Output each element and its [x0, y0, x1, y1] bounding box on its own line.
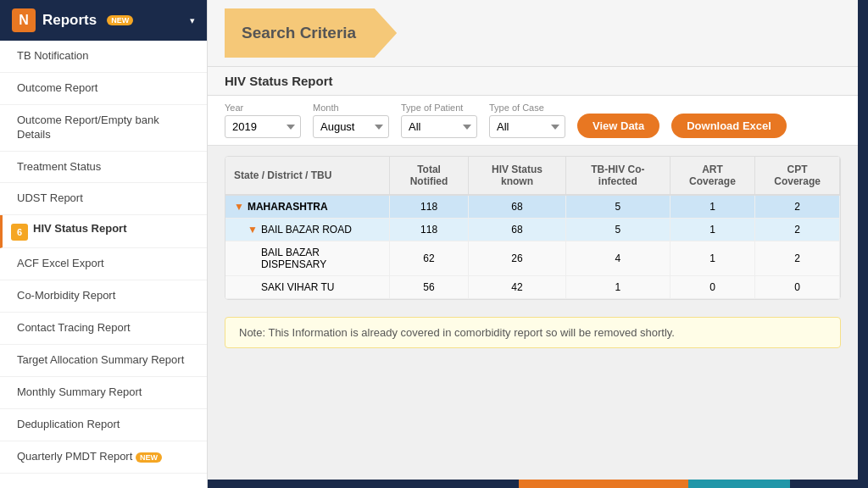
cell-art: 1: [670, 241, 754, 276]
cell-hiv-status-known: 26: [469, 241, 566, 276]
cell-name: ▼BAIL BAZAR ROAD: [225, 219, 390, 241]
case-type-select[interactable]: All: [489, 115, 565, 138]
hiv-status-table: State / District / TBU Total Notified HI…: [225, 157, 840, 299]
sidebar-label-quarterly-pmdt: Quarterly PMDT Report: [17, 450, 132, 463]
table-row: ▼MAHARASHTRA 118 68 5 1 2: [225, 195, 840, 219]
cell-total-notified: 118: [390, 195, 469, 219]
sidebar-new-badge: NEW: [107, 15, 133, 25]
col-tb-hiv: TB-HIV Co-infected: [565, 157, 670, 195]
sidebar-item-udst-report[interactable]: UDST Report: [0, 183, 207, 215]
cell-hiv-status-known: 42: [469, 276, 566, 299]
table-row: ▼BAIL BAZAR ROAD 118 68 5 1 2: [225, 219, 840, 241]
case-type-label: Type of Case: [489, 103, 565, 113]
cell-art: 1: [670, 219, 754, 241]
year-select[interactable]: 201920182017: [225, 115, 301, 138]
expand-icon[interactable]: ▼: [248, 224, 258, 236]
patient-type-filter-group: Type of Patient All: [401, 103, 477, 138]
sidebar-item-contact-tracing-report[interactable]: Contact Tracing Report: [0, 313, 207, 345]
filters-row: Year 201920182017 Month AugustJulyJune T…: [208, 96, 858, 146]
sidebar-badge-hiv-status-report: 6: [11, 224, 28, 241]
table-row: BAIL BAZAR DISPENSARY 62 26 4 1 2: [225, 241, 840, 276]
patient-type-select[interactable]: All: [401, 115, 477, 138]
sidebar-arrow-icon[interactable]: ▾: [190, 15, 195, 26]
cell-cpt: 2: [755, 241, 840, 276]
view-data-button[interactable]: View Data: [577, 114, 659, 138]
col-cpt: CPT Coverage: [755, 157, 840, 195]
year-filter-group: Year 201920182017: [225, 103, 301, 138]
sidebar-item-outcome-report[interactable]: Outcome Report: [0, 73, 207, 105]
right-panel: [858, 0, 868, 488]
table-row: SAKI VIHAR TU 56 42 1 0 0: [225, 276, 840, 299]
month-label: Month: [313, 103, 389, 113]
search-criteria-bar: Search Criteria: [208, 0, 858, 67]
sidebar-item-tb-notification[interactable]: TB Notification: [0, 41, 207, 73]
cell-tb-hiv: 4: [565, 241, 670, 276]
col-state: State / District / TBU: [225, 157, 390, 195]
cell-name: BAIL BAZAR DISPENSARY: [225, 241, 390, 276]
cell-cpt: 2: [755, 195, 840, 219]
bottom-bar-dark: [208, 480, 519, 488]
cell-hiv-status-known: 68: [469, 195, 566, 219]
sidebar-new-quarterly-pmdt: NEW: [136, 452, 162, 463]
report-title-bar: HIV Status Report: [208, 67, 858, 96]
cell-tb-hiv: 5: [565, 195, 670, 219]
note-text: Note: This Information is already covere…: [239, 326, 675, 339]
cell-total-notified: 56: [390, 276, 469, 299]
month-filter-group: Month AugustJulyJune: [313, 103, 389, 138]
month-select[interactable]: AugustJulyJune: [313, 115, 389, 138]
cell-total-notified: 118: [390, 219, 469, 241]
col-art: ART Coverage: [670, 157, 754, 195]
sidebar-label-hiv-status-report: HIV Status Report: [33, 222, 127, 235]
sidebar-items-list: TB NotificationOutcome ReportOutcome Rep…: [0, 41, 207, 474]
search-criteria-arrow: Search Criteria: [225, 8, 397, 58]
cell-cpt: 2: [755, 219, 840, 241]
bottom-bar-dark2: [790, 480, 858, 488]
sidebar-item-treatment-status[interactable]: Treatment Status: [0, 152, 207, 184]
table-body: ▼MAHARASHTRA 118 68 5 1 2 ▼BAIL BAZAR RO…: [225, 195, 840, 299]
download-excel-button[interactable]: Download Excel: [671, 114, 787, 138]
cell-cpt: 0: [755, 276, 840, 299]
expand-icon[interactable]: ▼: [234, 201, 244, 213]
cell-art: 0: [670, 276, 754, 299]
cell-art: 1: [670, 195, 754, 219]
table-header-row: State / District / TBU Total Notified HI…: [225, 157, 840, 195]
sidebar-item-monthly-summary[interactable]: Monthly Summary Report: [0, 377, 207, 409]
cell-tb-hiv: 5: [565, 219, 670, 241]
report-title: HIV Status Report: [225, 74, 333, 88]
data-table-container: State / District / TBU Total Notified HI…: [225, 156, 841, 300]
sidebar-item-outcome-report-empty[interactable]: Outcome Report/Empty bank Details: [0, 105, 207, 152]
patient-type-label: Type of Patient: [401, 103, 477, 113]
cell-hiv-status-known: 68: [469, 219, 566, 241]
sidebar-item-acf-excel-export[interactable]: ACF Excel Export: [0, 248, 207, 280]
note-box: Note: This Information is already covere…: [225, 317, 841, 348]
year-label: Year: [225, 103, 301, 113]
sidebar: N Reports NEW ▾ TB NotificationOutcome R…: [0, 0, 208, 488]
bottom-bar-teal: [688, 480, 790, 488]
sidebar-header: N Reports NEW ▾: [0, 0, 207, 41]
sidebar-item-co-morbidity-report[interactable]: Co-Morbidity Report: [0, 280, 207, 313]
cell-name: SAKI VIHAR TU: [225, 276, 390, 299]
cell-total-notified: 62: [390, 241, 469, 276]
sidebar-item-hiv-status-report[interactable]: 6 HIV Status Report: [0, 215, 207, 248]
bottom-bar-orange: [519, 480, 688, 488]
sidebar-item-quarterly-pmdt[interactable]: Quarterly PMDT Report NEW: [0, 441, 207, 474]
col-total-notified: Total Notified: [390, 157, 469, 195]
bottom-bar: [208, 480, 858, 488]
sidebar-item-target-allocation[interactable]: Target Allocation Summary Report: [0, 345, 207, 377]
main-content: Search Criteria HIV Status Report Year 2…: [208, 0, 858, 488]
cell-tb-hiv: 1: [565, 276, 670, 299]
sidebar-title: Reports: [42, 12, 97, 29]
col-hiv-status-known: HIV Status known: [469, 157, 566, 195]
sidebar-logo: N: [12, 8, 36, 32]
cell-name: ▼MAHARASHTRA: [225, 195, 390, 219]
sidebar-item-deduplication-report[interactable]: Deduplication Report: [0, 409, 207, 441]
case-type-filter-group: Type of Case All: [489, 103, 565, 138]
